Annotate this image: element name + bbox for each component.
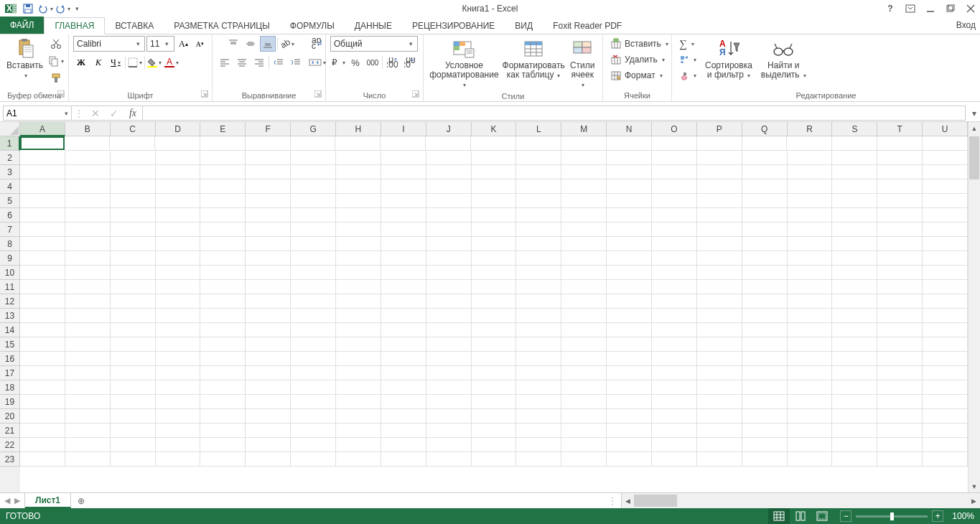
italic-button[interactable]: К bbox=[90, 55, 106, 70]
cell[interactable] bbox=[561, 136, 607, 151]
cell[interactable] bbox=[111, 380, 156, 395]
cell[interactable] bbox=[742, 337, 788, 352]
paste-button[interactable]: Вставить▾ bbox=[4, 36, 45, 90]
cell[interactable] bbox=[336, 294, 381, 309]
name-box-input[interactable] bbox=[6, 108, 65, 118]
cell[interactable] bbox=[516, 280, 561, 294]
cell[interactable] bbox=[336, 237, 381, 251]
redo-button[interactable]: ▾ bbox=[55, 1, 70, 17]
cell[interactable] bbox=[65, 323, 111, 337]
cell[interactable] bbox=[20, 337, 65, 352]
cell[interactable] bbox=[291, 380, 336, 395]
cell[interactable] bbox=[200, 395, 246, 409]
cell[interactable] bbox=[832, 424, 877, 438]
cell[interactable] bbox=[516, 409, 561, 424]
column-header[interactable]: A bbox=[20, 122, 65, 136]
cell[interactable] bbox=[697, 223, 742, 237]
bold-button[interactable]: Ж bbox=[73, 55, 89, 70]
cell[interactable] bbox=[697, 194, 742, 208]
column-header[interactable]: D bbox=[156, 122, 201, 136]
cell[interactable] bbox=[607, 380, 652, 395]
cell[interactable] bbox=[156, 194, 201, 208]
cell[interactable] bbox=[652, 323, 697, 337]
cell[interactable] bbox=[697, 438, 742, 452]
normal-view-button[interactable] bbox=[768, 508, 790, 524]
cell[interactable] bbox=[336, 266, 381, 280]
cell[interactable] bbox=[788, 309, 833, 323]
cell[interactable] bbox=[877, 424, 923, 438]
cell[interactable] bbox=[516, 237, 561, 251]
zoom-in-button[interactable]: + bbox=[932, 510, 943, 522]
cell[interactable] bbox=[697, 337, 742, 352]
cell[interactable] bbox=[472, 179, 517, 194]
cell[interactable] bbox=[923, 395, 968, 409]
cell[interactable] bbox=[336, 194, 381, 208]
cell[interactable] bbox=[156, 280, 201, 294]
column-header[interactable]: B bbox=[65, 122, 111, 136]
cell[interactable] bbox=[291, 237, 336, 251]
excel-app-icon[interactable]: X bbox=[3, 1, 19, 17]
cut-button[interactable] bbox=[48, 36, 64, 52]
cell[interactable] bbox=[607, 352, 652, 366]
cell[interactable] bbox=[426, 294, 472, 309]
cell[interactable] bbox=[381, 424, 426, 438]
cell[interactable] bbox=[923, 452, 968, 467]
cell[interactable] bbox=[561, 280, 607, 294]
cell[interactable] bbox=[200, 438, 246, 452]
cell[interactable] bbox=[20, 309, 65, 323]
cell[interactable] bbox=[607, 266, 652, 280]
cell[interactable] bbox=[923, 136, 968, 151]
cell[interactable] bbox=[291, 323, 336, 337]
cell[interactable] bbox=[561, 194, 607, 208]
cell[interactable] bbox=[381, 237, 426, 251]
cell[interactable] bbox=[156, 395, 201, 409]
cell[interactable] bbox=[923, 251, 968, 266]
cell[interactable] bbox=[291, 266, 336, 280]
cell[interactable] bbox=[156, 179, 201, 194]
cell[interactable] bbox=[697, 165, 742, 179]
cell[interactable] bbox=[561, 452, 607, 467]
cell[interactable] bbox=[65, 409, 111, 424]
cell[interactable] bbox=[336, 223, 381, 237]
cell[interactable] bbox=[561, 237, 607, 251]
cell[interactable] bbox=[426, 194, 472, 208]
cell[interactable] bbox=[697, 208, 742, 223]
find-select-button[interactable]: Найти ивыделить ▾ bbox=[758, 36, 809, 90]
cell[interactable] bbox=[381, 194, 426, 208]
cell[interactable] bbox=[426, 323, 472, 337]
cell[interactable] bbox=[742, 208, 788, 223]
cell[interactable] bbox=[336, 165, 381, 179]
column-header[interactable]: J bbox=[426, 122, 472, 136]
cell[interactable] bbox=[832, 179, 877, 194]
cell[interactable] bbox=[20, 323, 65, 337]
column-header[interactable]: T bbox=[877, 122, 923, 136]
cell[interactable] bbox=[65, 309, 111, 323]
tab-formulas[interactable]: ФОРМУЛЫ bbox=[280, 18, 345, 34]
cell[interactable] bbox=[923, 237, 968, 251]
cell[interactable] bbox=[291, 151, 336, 165]
cell[interactable] bbox=[516, 266, 561, 280]
cell[interactable] bbox=[877, 380, 923, 395]
column-header[interactable]: I bbox=[381, 122, 426, 136]
cell[interactable] bbox=[561, 309, 607, 323]
cell[interactable] bbox=[788, 194, 833, 208]
cell[interactable] bbox=[607, 395, 652, 409]
cell[interactable] bbox=[381, 251, 426, 266]
save-button[interactable] bbox=[20, 1, 36, 17]
cell[interactable] bbox=[607, 452, 652, 467]
cell[interactable] bbox=[381, 438, 426, 452]
cell[interactable] bbox=[877, 280, 923, 294]
cell[interactable] bbox=[246, 280, 291, 294]
cell[interactable] bbox=[832, 323, 877, 337]
cell[interactable] bbox=[607, 237, 652, 251]
cell[interactable] bbox=[832, 136, 877, 151]
accounting-format-button[interactable]: ₽▾ bbox=[330, 55, 346, 70]
cell[interactable] bbox=[516, 179, 561, 194]
redo-dropdown-icon[interactable]: ▾ bbox=[67, 6, 70, 12]
cell[interactable] bbox=[336, 179, 381, 194]
cell[interactable] bbox=[832, 280, 877, 294]
cell[interactable] bbox=[697, 294, 742, 309]
cell[interactable] bbox=[336, 366, 381, 380]
cell[interactable] bbox=[381, 380, 426, 395]
cell[interactable] bbox=[561, 366, 607, 380]
